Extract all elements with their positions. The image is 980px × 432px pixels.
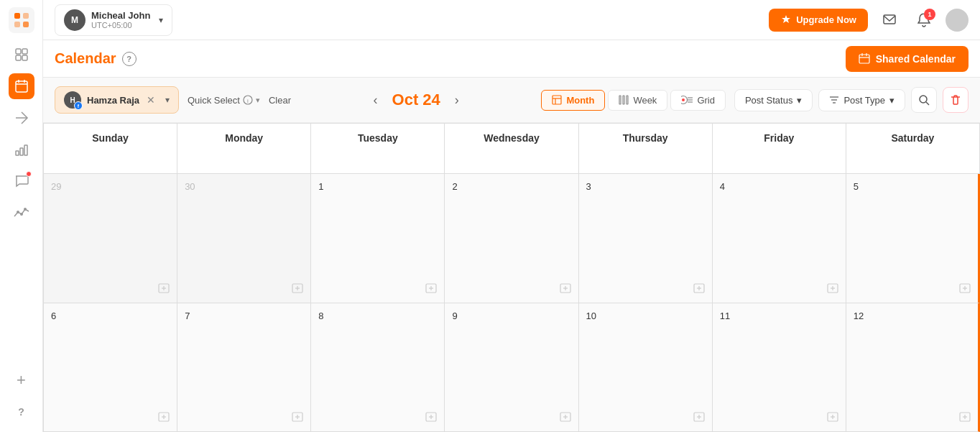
- filter-section: Post Status ▾ Post Type ▾: [734, 87, 969, 113]
- svg-text:i: i: [247, 98, 249, 104]
- day-number: 2: [452, 181, 457, 192]
- calendar-cell-oct7[interactable]: 7: [177, 303, 311, 432]
- svg-rect-15: [24, 145, 27, 155]
- day-number: 5: [854, 181, 859, 192]
- post-type-filter[interactable]: Post Type ▾: [818, 89, 905, 111]
- day-header-wednesday: Wednesday: [445, 124, 578, 174]
- sidebar-item-send[interactable]: [9, 105, 34, 131]
- calendar-cell-oct2[interactable]: 2: [445, 174, 578, 303]
- add-post-icon[interactable]: [560, 411, 571, 426]
- add-post-icon[interactable]: [425, 282, 437, 297]
- day-header-friday: Friday: [713, 124, 846, 174]
- svg-rect-8: [16, 81, 27, 92]
- svg-rect-14: [20, 148, 23, 155]
- month-view-icon: [552, 95, 562, 105]
- calendar-cell-oct9[interactable]: 9: [445, 303, 578, 432]
- svg-rect-5: [22, 49, 27, 54]
- add-post-icon[interactable]: [693, 411, 705, 426]
- calendar-cell-oct11[interactable]: 11: [713, 303, 846, 432]
- user-timezone: UTC+05:00: [91, 21, 150, 29]
- add-post-icon[interactable]: [560, 282, 571, 297]
- remove-account-button[interactable]: ✕: [145, 94, 157, 106]
- add-post-icon[interactable]: [959, 411, 971, 426]
- svg-rect-7: [22, 55, 27, 60]
- day-number: 29: [51, 181, 61, 192]
- day-number: 3: [586, 181, 591, 192]
- calendar-cell-oct12[interactable]: 12: [846, 303, 980, 432]
- calendar-cell-sep29[interactable]: 29: [44, 174, 177, 303]
- calendar-cell-oct3[interactable]: 3: [579, 174, 713, 303]
- add-post-icon[interactable]: [425, 411, 437, 426]
- calendar-cell-oct6[interactable]: 6: [44, 303, 177, 432]
- view-toggle: Month Week Grid: [541, 90, 726, 111]
- compose-button[interactable]: [877, 7, 902, 33]
- calendar-cell-oct5[interactable]: 5: [846, 174, 980, 303]
- day-number: 12: [854, 311, 864, 321]
- calendar-toolbar: H f Hamza Raja ✕ ▾ Quick Select i ▾ Clea…: [43, 78, 980, 123]
- sidebar-item-analytics[interactable]: [9, 137, 34, 162]
- add-post-icon[interactable]: [959, 282, 971, 297]
- add-post-icon[interactable]: [693, 282, 705, 297]
- upgrade-button[interactable]: Upgrade Now: [769, 9, 868, 32]
- week-view-button[interactable]: Week: [608, 90, 667, 111]
- sidebar-item-stats[interactable]: [9, 200, 34, 226]
- day-number: 4: [720, 181, 725, 192]
- next-month-button[interactable]: ›: [449, 90, 465, 111]
- calendar-grid: Sunday Monday Tuesday Wednesday Thursday…: [43, 123, 980, 432]
- search-icon: [918, 94, 930, 106]
- sidebar-item-messages[interactable]: [9, 168, 34, 194]
- user-avatar-header[interactable]: [946, 9, 969, 32]
- add-post-icon[interactable]: [158, 282, 170, 297]
- help-icon[interactable]: ?: [122, 52, 137, 66]
- sidebar-item-calendar[interactable]: [9, 73, 34, 99]
- add-post-icon[interactable]: [158, 411, 170, 426]
- add-post-icon[interactable]: [292, 411, 303, 426]
- svg-rect-1: [23, 13, 29, 19]
- svg-point-17: [20, 213, 23, 216]
- post-type-chevron: ▾: [889, 95, 895, 106]
- svg-rect-4: [16, 49, 21, 54]
- sidebar-item-dashboard[interactable]: [9, 42, 34, 68]
- sidebar-item-add[interactable]: +: [9, 367, 34, 393]
- calendar-cell-oct10[interactable]: 10: [579, 303, 713, 432]
- day-header-saturday: Saturday: [846, 124, 980, 174]
- day-number: 1: [318, 181, 323, 192]
- shared-calendar-button[interactable]: Shared Calendar: [846, 46, 969, 72]
- add-post-icon[interactable]: [827, 411, 838, 426]
- add-post-icon[interactable]: [827, 282, 838, 297]
- account-filter[interactable]: H f Hamza Raja ✕ ▾: [55, 86, 179, 114]
- clear-button[interactable]: Clear: [269, 95, 291, 106]
- avatar: M: [64, 9, 85, 31]
- sidebar-item-help[interactable]: ?: [9, 399, 34, 425]
- add-post-icon[interactable]: [292, 282, 303, 297]
- calendar-cell-oct1[interactable]: 1: [311, 174, 445, 303]
- day-number: 30: [185, 181, 195, 192]
- delete-button[interactable]: [943, 87, 969, 113]
- calendar-grid-container: Sunday Monday Tuesday Wednesday Thursday…: [43, 123, 980, 432]
- svg-rect-2: [14, 22, 20, 27]
- calendar-cell-oct4[interactable]: 4: [713, 174, 846, 303]
- user-name: Micheal John: [91, 10, 150, 21]
- post-status-filter[interactable]: Post Status ▾: [734, 89, 813, 111]
- day-header-monday: Monday: [177, 124, 311, 174]
- grid-view-button[interactable]: Grid: [670, 90, 726, 111]
- compose-icon: [882, 13, 897, 27]
- user-profile[interactable]: M Micheal John UTC+05:00 ▾: [55, 4, 172, 36]
- app-logo[interactable]: [9, 7, 34, 33]
- month-view-button[interactable]: Month: [541, 90, 605, 111]
- calendar-cell-sep30[interactable]: 30: [177, 174, 311, 303]
- user-dropdown-chevron: ▾: [159, 15, 163, 25]
- prev-month-button[interactable]: ‹: [368, 90, 384, 111]
- day-number: 7: [185, 311, 190, 321]
- day-number: 8: [318, 311, 323, 321]
- notifications-button[interactable]: 1: [911, 7, 937, 33]
- svg-rect-31: [627, 96, 628, 104]
- quick-select[interactable]: Quick Select i ▾: [188, 95, 260, 106]
- top-header: M Micheal John UTC+05:00 ▾ Upgrade Now: [43, 0, 980, 40]
- day-number: 9: [452, 311, 457, 321]
- svg-point-18: [24, 208, 27, 211]
- search-button[interactable]: [911, 87, 937, 113]
- svg-point-33: [682, 98, 685, 101]
- calendar-cell-oct8[interactable]: 8: [311, 303, 445, 432]
- month-navigation: ‹ Oct 24 ›: [300, 90, 532, 111]
